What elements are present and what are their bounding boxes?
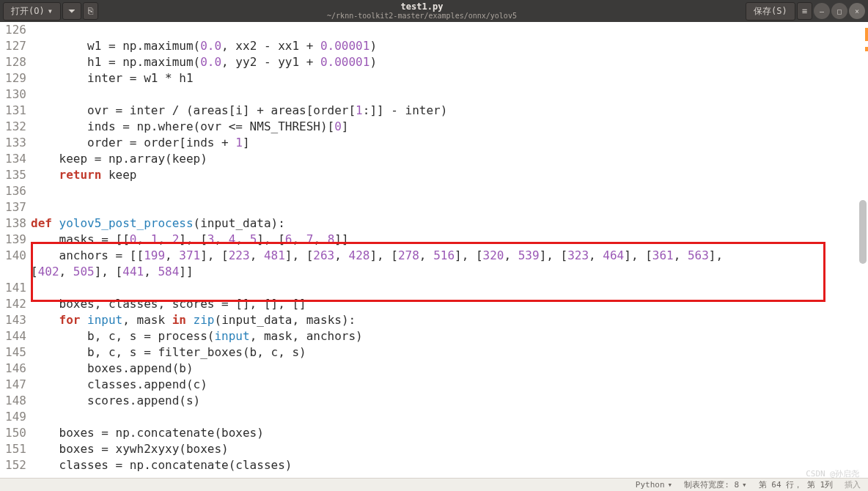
line-number: 134 <box>0 151 26 167</box>
hamburger-icon: ≡ <box>802 6 807 16</box>
code-line[interactable] <box>31 22 868 38</box>
open-chevron-icon: ▾ <box>48 6 53 16</box>
line-number: 143 <box>0 312 26 328</box>
line-number: 130 <box>0 86 26 103</box>
code-line[interactable]: scores.append(s) <box>31 393 868 409</box>
line-number: 139 <box>0 232 26 248</box>
line-number: 137 <box>0 199 26 215</box>
chevron-down-icon: ▾ <box>742 480 747 490</box>
window-subtitle: ~/rknn-toolkit2-master/examples/onnx/yol… <box>98 12 746 20</box>
chevron-down-icon: ▾ <box>668 480 673 490</box>
line-number: 149 <box>0 409 26 425</box>
status-tab-width[interactable]: 制表符宽度: 8▾ <box>684 479 747 490</box>
code-line[interactable]: [402, 505], [441, 584]] <box>31 264 868 280</box>
line-number: 127 <box>0 38 26 54</box>
code-line[interactable]: b, c, s = filter_boxes(b, c, s) <box>31 344 868 361</box>
line-number: 144 <box>0 328 26 344</box>
change-marker <box>865 47 868 51</box>
code-line[interactable]: keep = np.array(keep) <box>31 151 868 167</box>
vertical-scrollbar[interactable] <box>859 22 867 478</box>
line-number: 136 <box>0 183 26 199</box>
code-line[interactable]: def yolov5_post_process(input_data): <box>31 215 868 232</box>
status-language[interactable]: Python▾ <box>636 480 672 490</box>
chevron-down-icon: ⏷ <box>67 6 76 16</box>
line-number: 133 <box>0 135 26 151</box>
maximize-button[interactable]: □ <box>831 3 847 19</box>
code-line[interactable] <box>31 183 868 199</box>
status-position: 第 64 行， 第 1列 <box>759 479 833 490</box>
code-line[interactable]: ovr = inter / (areas[i] + areas[order[1:… <box>31 103 868 119</box>
code-line[interactable]: inds = np.where(ovr <= NMS_THRESH)[0] <box>31 119 868 135</box>
change-marker <box>865 28 868 41</box>
code-line[interactable]: anchors = [[199, 371], [223, 481], [263,… <box>31 248 868 264</box>
line-number: 138 <box>0 215 26 232</box>
code-line[interactable] <box>31 409 868 425</box>
close-icon: × <box>855 7 859 15</box>
line-number: 131 <box>0 103 26 119</box>
minimize-icon: — <box>820 7 824 15</box>
line-number: 135 <box>0 167 26 183</box>
line-number: 140 <box>0 248 26 264</box>
maximize-icon: □ <box>837 7 842 15</box>
line-number: 147 <box>0 377 26 393</box>
line-number: 151 <box>0 441 26 457</box>
line-number: 141 <box>0 280 26 296</box>
code-line[interactable]: masks = [[0, 1, 2], [3, 4, 5], [6, 7, 8]… <box>31 232 868 248</box>
code-line[interactable]: for input, mask in zip(input_data, masks… <box>31 312 868 328</box>
line-number <box>0 264 26 280</box>
new-document-button[interactable]: ⎘ <box>83 2 98 20</box>
hamburger-button[interactable]: ≡ <box>797 2 812 20</box>
statusbar: Python▾ 制表符宽度: 8▾ 第 64 行， 第 1列 插入 <box>0 478 868 491</box>
code-line[interactable]: boxes.append(b) <box>31 361 868 377</box>
titlebar: 打开(O) ▾ ⏷ ⎘ test1.py ~/rknn-toolkit2-mas… <box>0 0 868 22</box>
code-line[interactable] <box>31 199 868 215</box>
code-line[interactable]: classes = np.concatenate(classes) <box>31 457 868 473</box>
line-number: 150 <box>0 425 26 441</box>
code-line[interactable]: w1 = np.maximum(0.0, xx2 - xx1 + 0.00001… <box>31 38 868 54</box>
line-number: 126 <box>0 22 26 38</box>
status-ins-mode: 插入 <box>845 479 861 490</box>
code-line[interactable]: return keep <box>31 167 868 183</box>
save-label: 保存(S) <box>754 5 787 18</box>
code-line[interactable]: boxes = np.concatenate(boxes) <box>31 425 868 441</box>
line-number: 129 <box>0 70 26 86</box>
code-line[interactable]: classes.append(c) <box>31 377 868 393</box>
code-line[interactable]: inter = w1 * h1 <box>31 70 868 86</box>
code-line[interactable]: b, c, s = process(input, mask, anchors) <box>31 328 868 344</box>
save-button[interactable]: 保存(S) <box>746 2 795 21</box>
line-number: 145 <box>0 344 26 361</box>
code-content[interactable]: w1 = np.maximum(0.0, xx2 - xx1 + 0.00001… <box>31 22 868 478</box>
scrollbar-thumb[interactable] <box>859 200 867 264</box>
code-line[interactable]: boxes, classes, scores = [], [], [] <box>31 296 868 312</box>
recent-dropdown-button[interactable]: ⏷ <box>62 2 81 20</box>
minimize-button[interactable]: — <box>814 3 830 19</box>
line-number: 152 <box>0 457 26 473</box>
editor-area[interactable]: 1261271281291301311321331341351361371381… <box>0 22 868 478</box>
line-number: 132 <box>0 119 26 135</box>
code-line[interactable]: order = order[inds + 1] <box>31 135 868 151</box>
close-button[interactable]: × <box>849 3 865 19</box>
code-line[interactable] <box>31 280 868 296</box>
code-line[interactable] <box>31 86 868 103</box>
line-number: 128 <box>0 54 26 70</box>
open-button[interactable]: 打开(O) ▾ <box>3 2 61 21</box>
window-title: test1.py <box>98 2 746 12</box>
line-number: 148 <box>0 393 26 409</box>
line-number: 146 <box>0 361 26 377</box>
new-doc-icon: ⎘ <box>88 6 93 16</box>
line-number-gutter: 1261271281291301311321331341351361371381… <box>0 22 31 478</box>
open-label: 打开(O) <box>11 5 45 18</box>
code-line[interactable]: h1 = np.maximum(0.0, yy2 - yy1 + 0.00001… <box>31 54 868 70</box>
line-number: 142 <box>0 296 26 312</box>
code-line[interactable]: boxes = xywh2xyxy(boxes) <box>31 441 868 457</box>
